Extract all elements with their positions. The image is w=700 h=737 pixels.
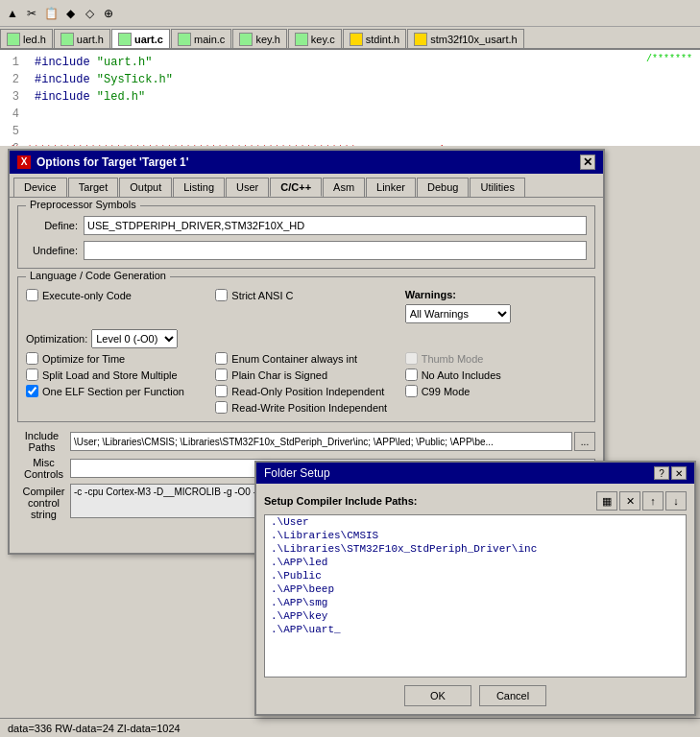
right-comment: /******* [646, 54, 692, 64]
optimization-select[interactable]: Level 0 (-O0) [91, 329, 178, 348]
folder-new-btn[interactable]: ▦ [596, 491, 617, 511]
options-dialog-close[interactable]: ✕ [580, 155, 595, 170]
toolbar-icon-5[interactable]: ◇ [81, 5, 98, 22]
toolbar-icon-6[interactable]: ⊕ [100, 5, 117, 22]
folder-btn-row: OK Cancel [264, 685, 687, 706]
folder-delete-btn[interactable]: ✕ [619, 491, 640, 511]
options-tab-bar: Device Target Output Listing User C/C++ … [10, 174, 603, 198]
folder-list-item[interactable]: .\APP\key [265, 609, 686, 623]
tab-listing[interactable]: Listing [173, 178, 225, 197]
folder-dialog-title: Folder Setup ? ✕ [256, 463, 694, 484]
tab-led-h[interactable]: led.h [0, 29, 53, 48]
options-dialog-title-text: Options for Target 'Target 1' [36, 155, 189, 169]
tab-uart-h[interactable]: uart.h [54, 29, 110, 48]
optimize-time-checkbox: Optimize for Time [26, 352, 207, 365]
code-gen-group-label: Language / Code Generation [26, 270, 170, 281]
folder-dialog-title-text: Folder Setup [264, 466, 330, 480]
read-only-checkbox: Read-Only Position Independent [215, 385, 397, 397]
status-bar-text: data=336 RW-data=24 ZI-data=1024 [8, 723, 181, 734]
define-input[interactable] [84, 216, 587, 235]
folder-dialog-question[interactable]: ? [654, 466, 669, 480]
tab-uart-c[interactable]: uart.c [111, 29, 170, 48]
tab-utilities[interactable]: Utilities [470, 178, 524, 197]
folder-list-item[interactable]: .\APP\beep [265, 582, 686, 596]
file-tabs: led.h uart.h uart.c main.c key.h key.c s… [0, 27, 700, 50]
include-paths-input[interactable] [70, 432, 572, 451]
code-dots-line: /* *************************************… [8, 144, 692, 146]
enum-container-checkbox: Enum Container always int [215, 352, 397, 365]
folder-toolbar: ▦ ✕ ↑ ↓ [596, 491, 687, 511]
tab-stdint-h[interactable]: stdint.h [343, 29, 406, 48]
plain-char-checkbox: Plain Char is Signed [215, 368, 397, 381]
tab-user[interactable]: User [226, 178, 269, 197]
thumb-mode-checkbox: Thumb Mode [405, 352, 587, 365]
tab-debug[interactable]: Debug [417, 178, 469, 197]
define-label: Define: [26, 220, 84, 231]
undefine-row: Undefine: [26, 241, 587, 260]
folder-list-item[interactable]: .\APP\smg [265, 596, 686, 609]
no-auto-includes-checkbox: No Auto Includes [405, 368, 587, 381]
main-toolbar: ▲ ✂ 📋 ◆ ◇ ⊕ [0, 0, 700, 27]
include-paths-browse[interactable]: ... [574, 432, 595, 451]
folder-list-item[interactable]: .\APP\uart_ [265, 623, 686, 636]
options-dialog-title: X Options for Target 'Target 1' ✕ [10, 151, 603, 174]
toolbar-icon-1[interactable]: ▲ [4, 5, 21, 22]
folder-cancel-button[interactable]: Cancel [479, 685, 546, 706]
compiler-control-label: Compilercontrolstring [17, 484, 70, 520]
toolbar-icon-2[interactable]: ✂ [23, 5, 40, 22]
folder-dialog-close[interactable]: ✕ [671, 466, 687, 480]
undefine-input[interactable] [84, 241, 587, 260]
tab-linker[interactable]: Linker [366, 178, 416, 197]
tab-stm32-usart-h[interactable]: stm32f10x_usart.h [407, 29, 524, 48]
folder-setup-dialog: Folder Setup ? ✕ Setup Compiler Include … [254, 461, 696, 716]
strict-ansi-checkbox: Strict ANSI C [215, 289, 397, 301]
tab-key-h[interactable]: key.h [232, 29, 286, 48]
folder-list-item[interactable]: .\Public [265, 569, 686, 582]
line-numbers: 1 2 3 4 5 6 [0, 54, 23, 146]
warnings-label: Warnings: [405, 289, 587, 300]
dialog-title-icon: X [17, 155, 31, 169]
optimization-label: Optimization: [26, 333, 87, 345]
folder-list-item[interactable]: .\User [265, 515, 686, 529]
one-elf-checkbox: One ELF Section per Function [26, 385, 207, 397]
folder-down-btn[interactable]: ↓ [665, 491, 687, 511]
optimization-row: Optimization: Level 0 (-O0) [26, 329, 587, 348]
c99-mode-checkbox: C99 Mode [405, 385, 587, 397]
code-content: #include "uart.h" #include "SysTick.h" #… [35, 54, 692, 140]
folder-header-row: Setup Compiler Include Paths: ▦ ✕ ↑ ↓ [264, 491, 687, 511]
folder-list-item[interactable]: .\Libraries\STM32F10x_StdPeriph_Driver\i… [265, 542, 686, 556]
include-paths-label: IncludePaths [17, 430, 70, 453]
toolbar-icon-3[interactable]: 📋 [42, 5, 60, 22]
tab-device[interactable]: Device [13, 178, 67, 197]
define-row: Define: [26, 216, 587, 235]
folder-up-btn[interactable]: ↑ [642, 491, 664, 511]
tab-target[interactable]: Target [68, 178, 119, 197]
split-load-checkbox: Split Load and Store Multiple [26, 368, 207, 381]
read-write-checkbox: Read-Write Position Independent [215, 401, 397, 414]
status-bar: data=336 RW-data=24 ZI-data=1024 [0, 718, 700, 737]
tab-main-c[interactable]: main.c [171, 29, 231, 48]
execute-only-checkbox: Execute-only Code [26, 289, 207, 301]
folder-list-item[interactable]: .\Libraries\CMSIS [265, 529, 686, 542]
folder-ok-button[interactable]: OK [404, 685, 471, 706]
tab-cpp[interactable]: C/C++ [270, 178, 322, 197]
toolbar-icons: ▲ ✂ 📋 ◆ ◇ ⊕ [4, 5, 117, 22]
code-editor[interactable]: 1 2 3 4 5 6 #include "uart.h" #include "… [0, 50, 700, 146]
preprocessor-group-label: Preprocessor Symbols [26, 199, 140, 210]
warnings-select[interactable]: All Warnings [405, 304, 511, 323]
code-gen-group: Language / Code Generation Execute-only … [17, 276, 595, 422]
folder-header-label: Setup Compiler Include Paths: [264, 495, 418, 507]
folder-dialog-body: Setup Compiler Include Paths: ▦ ✕ ↑ ↓ .\… [256, 484, 694, 714]
toolbar-icon-4[interactable]: ◆ [61, 5, 79, 22]
tab-output[interactable]: Output [119, 178, 172, 197]
folder-include-list[interactable]: .\User .\Libraries\CMSIS .\Libraries\STM… [264, 514, 687, 678]
folder-list-item[interactable]: .\APP\led [265, 556, 686, 569]
preprocessor-symbols-group: Preprocessor Symbols Define: Undefine: [17, 205, 595, 269]
undefine-label: Undefine: [26, 245, 84, 256]
include-paths-row: IncludePaths ... [17, 430, 595, 453]
misc-controls-label: MiscControls [17, 457, 70, 480]
warnings-group: Warnings: All Warnings [405, 289, 587, 323]
tab-asm[interactable]: Asm [323, 178, 365, 197]
tab-key-c[interactable]: key.c [288, 29, 342, 48]
